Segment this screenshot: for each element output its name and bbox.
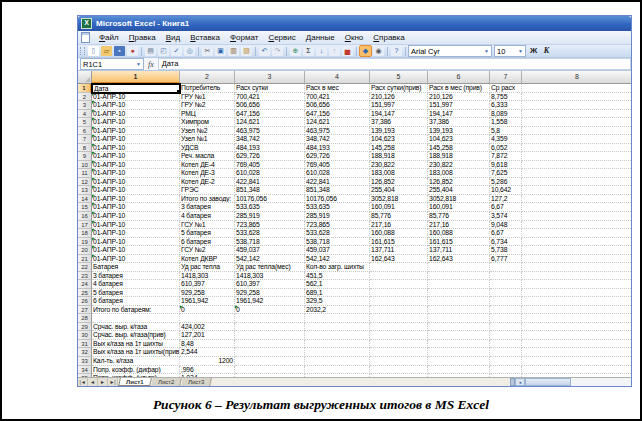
cell-r6c7[interactable]: 5,8 xyxy=(490,127,522,136)
cell-r30c1[interactable]: Срчас. выр. к/газа(прив) xyxy=(92,331,180,340)
cell-r10c2[interactable]: Котел ДЕ-4 xyxy=(180,161,235,170)
cell-r26c3[interactable]: 1961,942 xyxy=(235,297,305,306)
cell-r8c6[interactable]: 145,258 xyxy=(428,144,490,153)
cell-r34c2[interactable]: ,996 xyxy=(180,366,235,375)
cell-r33c2[interactable]: 1200 xyxy=(180,357,235,366)
cell-r24c5[interactable] xyxy=(370,280,428,289)
cell-r29c6[interactable] xyxy=(428,323,490,332)
cell-r32c4[interactable] xyxy=(305,348,370,357)
row-header-16[interactable]: 16 xyxy=(78,212,92,221)
cell-r6c6[interactable]: 139,193 xyxy=(428,127,490,136)
row-header-1[interactable]: 1 xyxy=(78,84,92,93)
cell-r10c8[interactable] xyxy=(522,161,631,170)
cell-r3c8[interactable] xyxy=(522,101,631,110)
cell-r8c8[interactable] xyxy=(522,144,631,153)
cell-r12c8[interactable] xyxy=(522,178,631,187)
cell-r21c6[interactable]: 162,643 xyxy=(428,255,490,264)
cell-r35c2[interactable]: 1,024 xyxy=(180,374,235,377)
row-header-13[interactable]: 13 xyxy=(78,186,92,195)
help-icon[interactable]: ? xyxy=(391,46,402,56)
cell-r32c8[interactable] xyxy=(522,348,631,357)
cell-r15c5[interactable]: 160,091 xyxy=(370,203,428,212)
cell-r9c1[interactable]: 01-АПР-10 xyxy=(92,152,180,161)
redo-icon[interactable]: ↷ xyxy=(272,46,283,56)
menu-item-view[interactable]: Вид xyxy=(161,33,185,42)
italic-button[interactable]: К xyxy=(541,46,552,56)
cell-r22c4[interactable]: Кол-во загр. шихты xyxy=(305,263,370,272)
row-header-32[interactable]: 32 xyxy=(78,348,92,357)
name-box[interactable]: R1C1 ▼ xyxy=(80,58,144,70)
menu-item-window[interactable]: Окно xyxy=(340,33,369,42)
cell-r1c4[interactable]: Расх в мес xyxy=(305,84,370,93)
cell-r10c6[interactable]: 230,822 xyxy=(428,161,490,170)
cell-r2c7[interactable]: 8,755 xyxy=(490,93,522,102)
select-all-corner[interactable] xyxy=(78,71,92,84)
cell-r23c1[interactable]: 3 батарея xyxy=(92,272,180,281)
cell-r9c3[interactable]: 629,726 xyxy=(235,152,305,161)
row-header-4[interactable]: 4 xyxy=(78,110,92,119)
cell-r5c8[interactable] xyxy=(522,118,631,127)
cell-r4c8[interactable] xyxy=(522,110,631,119)
cell-r3c5[interactable]: 151,997 xyxy=(370,101,428,110)
cell-r4c1[interactable]: 01-АПР-10 xyxy=(92,110,180,119)
row-header-11[interactable]: 11 xyxy=(78,169,92,178)
cell-r29c1[interactable]: Срчас. выр. к/газа xyxy=(92,323,180,332)
cell-r9c5[interactable]: 188,918 xyxy=(370,152,428,161)
cell-r26c7[interactable] xyxy=(490,297,522,306)
cell-r20c3[interactable]: 459,037 xyxy=(235,246,305,255)
cell-r33c6[interactable] xyxy=(428,357,490,366)
permission-icon[interactable]: ● xyxy=(127,46,138,56)
cell-r17c3[interactable]: 723,865 xyxy=(235,221,305,230)
cell-r22c6[interactable] xyxy=(428,263,490,272)
menu-item-data[interactable]: Данные xyxy=(301,33,340,42)
cell-r3c7[interactable]: 6,333 xyxy=(490,101,522,110)
font-size-combo[interactable]: 10▼ xyxy=(494,45,526,57)
cell-r22c3[interactable]: Уд рас тепла(мес) xyxy=(235,263,305,272)
cell-r31c2[interactable]: 8,48 xyxy=(180,340,235,349)
row-header-15[interactable]: 15 xyxy=(78,203,92,212)
column-header-8[interactable]: 8 xyxy=(522,71,631,84)
cell-r27c8[interactable] xyxy=(522,306,631,315)
next-sheet-button[interactable]: ► xyxy=(98,378,108,386)
cell-r12c4[interactable]: 422,841 xyxy=(305,178,370,187)
row-header-6[interactable]: 6 xyxy=(78,127,92,136)
cell-r14c6[interactable]: 3052,818 xyxy=(428,195,490,204)
cell-r22c1[interactable]: Батарея xyxy=(92,263,180,272)
sheet-tab-1[interactable]: Лист1 xyxy=(118,378,151,386)
cell-r13c5[interactable]: 255,404 xyxy=(370,186,428,195)
cell-r2c3[interactable]: 700,421 xyxy=(235,93,305,102)
cell-r9c4[interactable]: 629,726 xyxy=(305,152,370,161)
formula-input[interactable]: Дата xyxy=(158,58,631,70)
cell-r24c8[interactable] xyxy=(522,280,631,289)
row-header-21[interactable]: 21 xyxy=(78,255,92,264)
cell-r27c2[interactable]: 0 xyxy=(180,306,235,315)
cell-r8c1[interactable]: 01-АПР-10 xyxy=(92,144,180,153)
cell-r9c6[interactable]: 188,918 xyxy=(428,152,490,161)
menu-item-insert[interactable]: Вставка xyxy=(185,33,225,42)
cell-r34c6[interactable] xyxy=(428,366,490,375)
cell-r27c3[interactable]: 0 xyxy=(235,306,305,315)
cell-r29c4[interactable] xyxy=(305,323,370,332)
cell-r18c5[interactable]: 160,088 xyxy=(370,229,428,238)
cell-r26c1[interactable]: 6 батарея xyxy=(92,297,180,306)
cell-r14c8[interactable] xyxy=(522,195,631,204)
row-header-22[interactable]: 22 xyxy=(78,263,92,272)
cell-r30c2[interactable]: 127,201 xyxy=(180,331,235,340)
cell-r11c5[interactable]: 183,008 xyxy=(370,169,428,178)
cell-r6c4[interactable]: 463,975 xyxy=(305,127,370,136)
row-header-18[interactable]: 18 xyxy=(78,229,92,238)
cell-r5c4[interactable]: 124,621 xyxy=(305,118,370,127)
cell-r13c6[interactable]: 255,404 xyxy=(428,186,490,195)
cell-r15c1[interactable]: 01-АПР-10 xyxy=(92,203,180,212)
cell-r20c1[interactable]: 01-АПР-10 xyxy=(92,246,180,255)
cell-r27c5[interactable] xyxy=(370,306,428,315)
cell-r10c5[interactable]: 230,822 xyxy=(370,161,428,170)
cell-r21c8[interactable] xyxy=(522,255,631,264)
cell-r19c6[interactable]: 161,615 xyxy=(428,238,490,247)
cell-r16c3[interactable]: 285,919 xyxy=(235,212,305,221)
print-icon[interactable]: ▤ xyxy=(145,46,156,56)
cell-r25c6[interactable] xyxy=(428,289,490,298)
cell-r3c4[interactable]: 506,656 xyxy=(305,101,370,110)
cell-r21c7[interactable]: 6,777 xyxy=(490,255,522,264)
row-header-7[interactable]: 7 xyxy=(78,135,92,144)
